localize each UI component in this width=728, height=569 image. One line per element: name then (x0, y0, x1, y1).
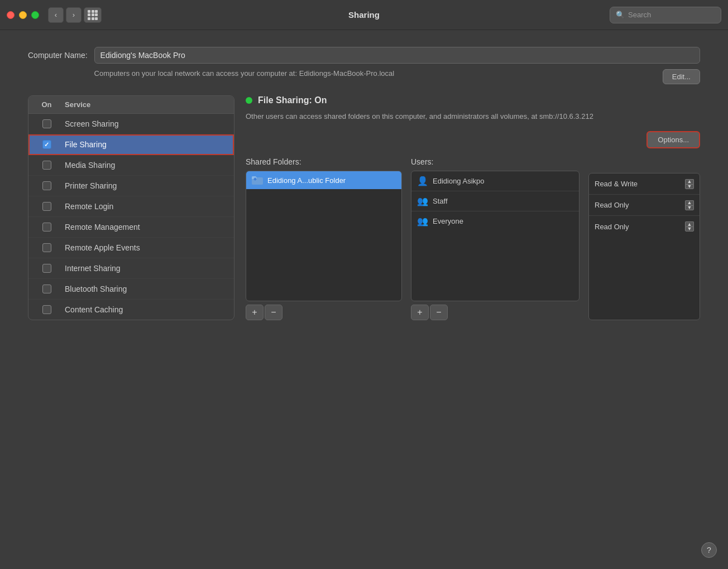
checkbox-col (28, 202, 65, 211)
maximize-button[interactable] (31, 11, 39, 19)
checkbox-col (28, 181, 65, 190)
perm-down-readonly-staff[interactable]: ▼ (685, 205, 694, 210)
options-button[interactable]: Options... (646, 131, 700, 148)
checkbox-col (28, 161, 65, 170)
perm-stepper-readonly-everyone: ▲ ▼ (685, 221, 694, 232)
user-item-edidiong[interactable]: 👤 Edidiong Asikpo (411, 171, 579, 191)
services-panel: On Service Screen Sharing File Sharing (28, 95, 700, 320)
service-item-remote-apple-events[interactable]: Remote Apple Events (28, 238, 234, 258)
service-item-remote-login[interactable]: Remote Login (28, 196, 234, 217)
add-folder-button[interactable]: + (246, 305, 264, 320)
bluetooth-sharing-checkbox[interactable] (42, 284, 51, 293)
remote-login-label: Remote Login (65, 202, 113, 211)
remote-management-checkbox[interactable] (42, 223, 51, 232)
search-input[interactable] (628, 11, 715, 19)
grid-icon (88, 10, 98, 20)
shared-folders-list: Edidiong A...ublic Folder (246, 171, 402, 301)
service-item-media-sharing[interactable]: Media Sharing (28, 155, 234, 176)
search-box[interactable]: 🔍 (610, 7, 721, 23)
edit-button[interactable]: Edit... (663, 69, 700, 84)
folder-item[interactable]: Edidiong A...ublic Folder (246, 171, 401, 189)
service-item-content-caching[interactable]: Content Caching (28, 300, 234, 320)
checkbox-col (28, 223, 65, 232)
content-caching-checkbox[interactable] (42, 305, 51, 314)
col-service-header: Service (65, 100, 90, 109)
search-icon: 🔍 (616, 11, 625, 19)
perm-down-readwrite[interactable]: ▼ (685, 184, 694, 189)
services-list-header: On Service (28, 96, 234, 114)
file-sharing-checkbox[interactable] (42, 140, 51, 149)
screen-sharing-label: Screen Sharing (65, 119, 119, 128)
people-wide-icon: 👥 (417, 216, 428, 226)
minimize-button[interactable] (19, 11, 27, 19)
person-icon: 👤 (417, 176, 428, 186)
service-item-printer-sharing[interactable]: Printer Sharing (28, 176, 234, 196)
user-item-staff[interactable]: 👥 Staff (411, 191, 579, 211)
service-item-internet-sharing[interactable]: Internet Sharing (28, 258, 234, 279)
window-title: Sharing (348, 10, 380, 20)
folders-add-remove-row: + − (246, 305, 402, 320)
remove-user-button[interactable]: − (430, 305, 448, 320)
perm-down-readonly-everyone[interactable]: ▼ (685, 226, 694, 232)
users-col: Users: 👤 Edidiong Asikpo 👥 Staff (411, 157, 579, 320)
perm-stepper-readonly-staff: ▲ ▼ (685, 200, 694, 210)
people-icon: 👥 (417, 196, 428, 206)
close-button[interactable] (7, 11, 15, 19)
status-dot (246, 97, 252, 104)
perm-stepper-readwrite: ▲ ▼ (685, 179, 694, 189)
shared-area: Shared Folders: Edidiong A...ublic Folde… (246, 157, 700, 320)
users-label: Users: (411, 157, 579, 166)
user-name-edidiong: Edidiong Asikpo (433, 177, 573, 185)
service-item-bluetooth-sharing[interactable]: Bluetooth Sharing (28, 279, 234, 300)
shared-folders-label: Shared Folders: (246, 157, 402, 166)
service-item-remote-management[interactable]: Remote Management (28, 217, 234, 238)
perm-text-readonly-staff: Read Only (595, 201, 629, 209)
folder-icon (252, 176, 263, 185)
service-item-file-sharing[interactable]: File Sharing (28, 134, 234, 155)
user-name-everyone: Everyone (433, 217, 573, 225)
printer-sharing-label: Printer Sharing (65, 181, 117, 190)
services-list: On Service Screen Sharing File Sharing (28, 95, 234, 320)
back-button[interactable]: ‹ (48, 7, 64, 23)
service-status-row: File Sharing: On (246, 95, 700, 105)
nav-buttons: ‹ › (48, 7, 82, 23)
computer-name-input[interactable] (94, 47, 700, 64)
traffic-lights (7, 11, 39, 19)
remote-apple-events-checkbox[interactable] (42, 243, 51, 252)
forward-button[interactable]: › (66, 7, 82, 23)
computer-name-row: Computer Name: Computers on your local n… (28, 47, 700, 84)
checkbox-col (28, 243, 65, 252)
service-item-screen-sharing[interactable]: Screen Sharing (28, 114, 234, 134)
media-sharing-checkbox[interactable] (42, 161, 51, 170)
help-button[interactable]: ? (701, 542, 717, 558)
perm-text-readonly-everyone: Read Only (595, 223, 629, 231)
internet-sharing-checkbox[interactable] (42, 264, 51, 273)
folder-name: Edidiong A...ublic Folder (267, 176, 346, 185)
permissions-list: Read & Write ▲ ▼ Read Only ▲ ▼ (588, 173, 700, 320)
printer-sharing-checkbox[interactable] (42, 181, 51, 190)
col-on-header: On (28, 100, 65, 109)
remote-login-checkbox[interactable] (42, 202, 51, 211)
remote-apple-events-label: Remote Apple Events (65, 243, 140, 252)
main-content: Computer Name: Computers on your local n… (0, 30, 728, 569)
bluetooth-sharing-label: Bluetooth Sharing (65, 284, 127, 293)
user-name-staff: Staff (433, 197, 573, 205)
service-detail: File Sharing: On Other users can access … (246, 95, 700, 320)
perm-item-readonly-staff: Read Only ▲ ▼ (589, 195, 700, 216)
network-info-text: Computers on your local network can acce… (94, 68, 395, 79)
media-sharing-label: Media Sharing (65, 161, 115, 170)
user-item-everyone[interactable]: 👥 Everyone (411, 211, 579, 231)
internet-sharing-label: Internet Sharing (65, 264, 121, 273)
checkbox-col (28, 119, 65, 128)
grid-view-button[interactable] (84, 7, 102, 23)
add-user-button[interactable]: + (411, 305, 429, 320)
shared-folders-col: Shared Folders: Edidiong A...ublic Folde… (246, 157, 402, 320)
checkbox-col (28, 264, 65, 273)
screen-sharing-checkbox[interactable] (42, 119, 51, 128)
network-info-row: Computers on your local network can acce… (94, 68, 700, 84)
perm-spacer (588, 157, 700, 173)
users-add-remove-row: + − (411, 305, 579, 320)
remove-folder-button[interactable]: − (265, 305, 282, 320)
checkbox-col (28, 284, 65, 293)
perm-item-readwrite: Read & Write ▲ ▼ (589, 173, 700, 195)
